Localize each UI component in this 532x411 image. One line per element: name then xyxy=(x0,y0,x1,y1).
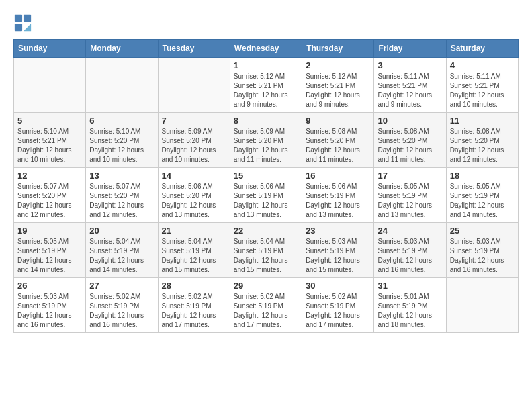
day-info: Sunrise: 5:05 AM Sunset: 5:19 PM Dayligh… xyxy=(17,237,82,275)
day-info: Sunrise: 5:03 AM Sunset: 5:19 PM Dayligh… xyxy=(306,237,370,275)
day-number: 27 xyxy=(89,281,154,291)
calendar-cell xyxy=(158,58,230,113)
calendar-cell: 8Sunrise: 5:09 AM Sunset: 5:20 PM Daylig… xyxy=(230,113,302,168)
col-header-sunday: Sunday xyxy=(14,40,86,58)
page-header xyxy=(13,13,519,32)
day-info: Sunrise: 5:01 AM Sunset: 5:19 PM Dayligh… xyxy=(378,292,442,330)
day-info: Sunrise: 5:02 AM Sunset: 5:19 PM Dayligh… xyxy=(89,292,154,330)
day-number: 13 xyxy=(89,171,154,181)
day-number: 18 xyxy=(450,171,515,181)
calendar-cell: 18Sunrise: 5:05 AM Sunset: 5:19 PM Dayli… xyxy=(446,168,518,223)
col-header-tuesday: Tuesday xyxy=(158,40,230,58)
day-info: Sunrise: 5:04 AM Sunset: 5:19 PM Dayligh… xyxy=(162,237,226,275)
day-info: Sunrise: 5:03 AM Sunset: 5:19 PM Dayligh… xyxy=(450,237,515,275)
day-info: Sunrise: 5:03 AM Sunset: 5:19 PM Dayligh… xyxy=(378,237,442,275)
day-number: 31 xyxy=(378,281,442,291)
svg-marker-3 xyxy=(24,24,31,31)
calendar-cell: 22Sunrise: 5:04 AM Sunset: 5:19 PM Dayli… xyxy=(230,223,302,278)
calendar-cell: 6Sunrise: 5:10 AM Sunset: 5:20 PM Daylig… xyxy=(86,113,158,168)
calendar-cell xyxy=(86,58,158,113)
day-number: 3 xyxy=(378,60,442,71)
day-number: 10 xyxy=(378,116,442,126)
day-number: 5 xyxy=(17,116,82,126)
day-number: 26 xyxy=(17,281,82,291)
calendar-cell: 15Sunrise: 5:06 AM Sunset: 5:19 PM Dayli… xyxy=(230,168,302,223)
calendar-table: SundayMondayTuesdayWednesdayThursdayFrid… xyxy=(13,39,519,333)
day-number: 20 xyxy=(89,226,154,236)
svg-rect-2 xyxy=(15,24,22,31)
day-number: 30 xyxy=(306,281,370,291)
week-row-4: 19Sunrise: 5:05 AM Sunset: 5:19 PM Dayli… xyxy=(14,223,519,278)
day-info: Sunrise: 5:08 AM Sunset: 5:20 PM Dayligh… xyxy=(378,127,442,165)
svg-rect-0 xyxy=(15,15,22,22)
calendar-cell: 13Sunrise: 5:07 AM Sunset: 5:20 PM Dayli… xyxy=(86,168,158,223)
day-info: Sunrise: 5:05 AM Sunset: 5:19 PM Dayligh… xyxy=(378,182,442,220)
col-header-saturday: Saturday xyxy=(446,40,518,58)
day-info: Sunrise: 5:09 AM Sunset: 5:20 PM Dayligh… xyxy=(234,127,298,165)
day-info: Sunrise: 5:04 AM Sunset: 5:19 PM Dayligh… xyxy=(89,237,154,275)
week-row-2: 5Sunrise: 5:10 AM Sunset: 5:21 PM Daylig… xyxy=(14,113,519,168)
day-number: 15 xyxy=(234,171,298,181)
day-number: 14 xyxy=(162,171,226,181)
calendar-cell: 7Sunrise: 5:09 AM Sunset: 5:20 PM Daylig… xyxy=(158,113,230,168)
day-info: Sunrise: 5:09 AM Sunset: 5:20 PM Dayligh… xyxy=(162,127,226,165)
calendar-cell: 30Sunrise: 5:02 AM Sunset: 5:19 PM Dayli… xyxy=(302,278,374,333)
day-info: Sunrise: 5:06 AM Sunset: 5:19 PM Dayligh… xyxy=(306,182,370,220)
calendar-cell: 4Sunrise: 5:11 AM Sunset: 5:21 PM Daylig… xyxy=(446,58,518,113)
col-header-wednesday: Wednesday xyxy=(230,40,302,58)
calendar-cell: 17Sunrise: 5:05 AM Sunset: 5:19 PM Dayli… xyxy=(374,168,446,223)
day-number: 21 xyxy=(162,226,226,236)
col-header-monday: Monday xyxy=(86,40,158,58)
day-info: Sunrise: 5:05 AM Sunset: 5:19 PM Dayligh… xyxy=(450,182,515,220)
calendar-cell: 23Sunrise: 5:03 AM Sunset: 5:19 PM Dayli… xyxy=(302,223,374,278)
week-row-1: 1Sunrise: 5:12 AM Sunset: 5:21 PM Daylig… xyxy=(14,58,519,113)
day-info: Sunrise: 5:07 AM Sunset: 5:20 PM Dayligh… xyxy=(89,182,154,220)
day-info: Sunrise: 5:07 AM Sunset: 5:20 PM Dayligh… xyxy=(17,182,82,220)
logo xyxy=(13,13,35,32)
col-header-thursday: Thursday xyxy=(302,40,374,58)
day-number: 8 xyxy=(234,116,298,126)
calendar-cell: 25Sunrise: 5:03 AM Sunset: 5:19 PM Dayli… xyxy=(446,223,518,278)
day-info: Sunrise: 5:08 AM Sunset: 5:20 PM Dayligh… xyxy=(450,127,515,165)
logo-icon xyxy=(13,13,32,32)
week-row-5: 26Sunrise: 5:03 AM Sunset: 5:19 PM Dayli… xyxy=(14,278,519,333)
calendar-cell: 3Sunrise: 5:11 AM Sunset: 5:21 PM Daylig… xyxy=(374,58,446,113)
day-info: Sunrise: 5:11 AM Sunset: 5:21 PM Dayligh… xyxy=(378,72,442,109)
calendar-cell: 12Sunrise: 5:07 AM Sunset: 5:20 PM Dayli… xyxy=(14,168,86,223)
day-number: 17 xyxy=(378,171,442,181)
day-number: 29 xyxy=(234,281,298,291)
calendar-cell: 10Sunrise: 5:08 AM Sunset: 5:20 PM Dayli… xyxy=(374,113,446,168)
calendar-cell: 11Sunrise: 5:08 AM Sunset: 5:20 PM Dayli… xyxy=(446,113,518,168)
day-info: Sunrise: 5:12 AM Sunset: 5:21 PM Dayligh… xyxy=(306,72,370,109)
day-number: 28 xyxy=(162,281,226,291)
calendar-cell: 27Sunrise: 5:02 AM Sunset: 5:19 PM Dayli… xyxy=(86,278,158,333)
day-info: Sunrise: 5:02 AM Sunset: 5:19 PM Dayligh… xyxy=(234,292,298,330)
calendar-cell xyxy=(446,278,518,333)
calendar-cell: 29Sunrise: 5:02 AM Sunset: 5:19 PM Dayli… xyxy=(230,278,302,333)
calendar-cell: 9Sunrise: 5:08 AM Sunset: 5:20 PM Daylig… xyxy=(302,113,374,168)
day-info: Sunrise: 5:06 AM Sunset: 5:20 PM Dayligh… xyxy=(162,182,226,220)
day-info: Sunrise: 5:11 AM Sunset: 5:21 PM Dayligh… xyxy=(450,72,515,109)
day-number: 24 xyxy=(378,226,442,236)
calendar-cell: 31Sunrise: 5:01 AM Sunset: 5:19 PM Dayli… xyxy=(374,278,446,333)
calendar-cell xyxy=(14,58,86,113)
calendar-cell: 16Sunrise: 5:06 AM Sunset: 5:19 PM Dayli… xyxy=(302,168,374,223)
day-number: 6 xyxy=(89,116,154,126)
day-info: Sunrise: 5:12 AM Sunset: 5:21 PM Dayligh… xyxy=(234,72,298,109)
day-number: 12 xyxy=(17,171,82,181)
day-info: Sunrise: 5:04 AM Sunset: 5:19 PM Dayligh… xyxy=(234,237,298,275)
day-info: Sunrise: 5:02 AM Sunset: 5:19 PM Dayligh… xyxy=(162,292,226,330)
day-info: Sunrise: 5:08 AM Sunset: 5:20 PM Dayligh… xyxy=(306,127,370,165)
day-info: Sunrise: 5:02 AM Sunset: 5:19 PM Dayligh… xyxy=(306,292,370,330)
day-number: 9 xyxy=(306,116,370,126)
day-info: Sunrise: 5:10 AM Sunset: 5:21 PM Dayligh… xyxy=(17,127,82,165)
calendar-cell: 19Sunrise: 5:05 AM Sunset: 5:19 PM Dayli… xyxy=(14,223,86,278)
calendar-cell: 21Sunrise: 5:04 AM Sunset: 5:19 PM Dayli… xyxy=(158,223,230,278)
day-number: 23 xyxy=(306,226,370,236)
calendar-cell: 28Sunrise: 5:02 AM Sunset: 5:19 PM Dayli… xyxy=(158,278,230,333)
day-number: 25 xyxy=(450,226,515,236)
day-number: 4 xyxy=(450,60,515,71)
day-number: 7 xyxy=(162,116,226,126)
col-header-friday: Friday xyxy=(374,40,446,58)
svg-rect-1 xyxy=(24,15,31,22)
